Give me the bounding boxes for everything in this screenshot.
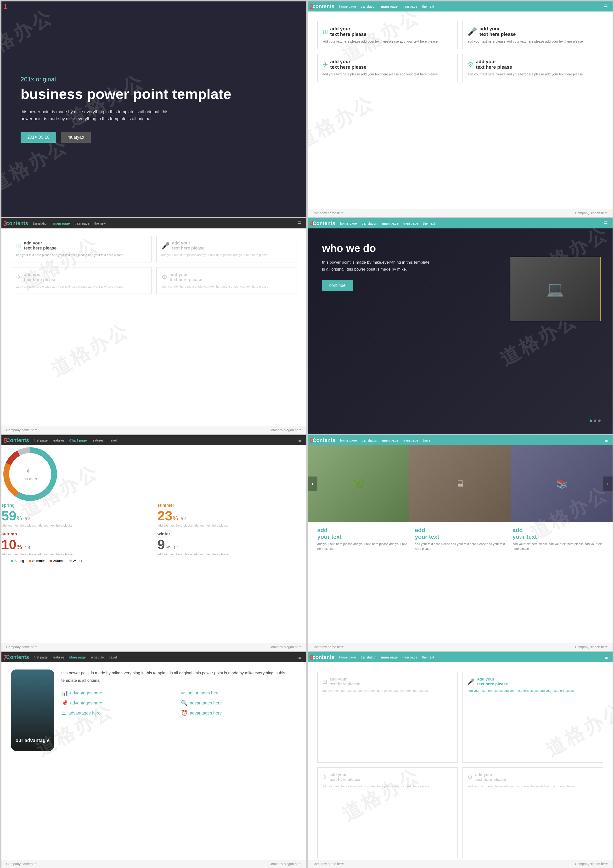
slide5-donut: 🏷 our class <box>2 446 59 503</box>
slide3-footer: Company name here Company slogan here <box>2 426 306 434</box>
slide2-nav-3: main page <box>381 5 398 8</box>
slide2-card3-title: add yourtext here please <box>330 59 366 70</box>
slide6-text-area: addyour text add your text here please a… <box>308 522 613 651</box>
slide6-prev-btn[interactable]: ‹ <box>308 477 318 491</box>
slide8-nav: contents home page translation main page… <box>308 652 613 662</box>
slide3-card4-icon: ⚙ <box>161 273 167 281</box>
slide3-nav-3: train page <box>75 222 90 225</box>
slide5-menu-icon[interactable]: ☰ <box>298 438 302 443</box>
slide8-nav-logo: contents <box>313 654 335 660</box>
slide3-footer-left: Company name here <box>6 428 37 432</box>
legend-summer: Summer <box>29 559 45 563</box>
slide2-card3-icon: ✈ <box>323 61 328 68</box>
slide2-card2-title: add yourtext here please <box>479 26 516 37</box>
slide2-nav-2: translation <box>361 5 376 8</box>
slide7-footer: Company name here Company slogan here <box>2 860 306 868</box>
slide2-card3-text: add your text here please add your text … <box>323 72 453 77</box>
slide3-card-1: ⊞ add yourtext here please add your text… <box>11 236 152 262</box>
slide8-card4-text: add your text here please add your text … <box>468 784 598 789</box>
slide5-autumn-text: add your text here please add your text … <box>2 552 150 556</box>
slide5-winter-block: winter 9 % 1.2 add your text here please… <box>158 531 306 556</box>
slide1-title: business power point template <box>20 85 287 103</box>
slide6-footer: Company name here Company slogan here <box>308 643 613 651</box>
slide3-card4-text: add your text here please add your text … <box>161 284 292 289</box>
slide7-content: our advantag e this power point is made … <box>2 662 306 868</box>
slide6-footer-right: Company slogan here <box>575 645 608 649</box>
slide7-adv-5: ☰ advantages here <box>61 710 177 716</box>
slide4-nav: Contents home page translation main page… <box>308 218 613 228</box>
svg-text:our class: our class <box>23 477 37 481</box>
slide3-footer-right: Company slogan here <box>269 428 302 432</box>
slide2-card1-icon: ⊞ <box>323 28 328 36</box>
slide3-card3-title: add yourtext here please <box>24 272 56 282</box>
slide5-chart-area: 🏷 our class spring 59 % 8.2 add your tex… <box>2 446 306 556</box>
slide-number-6: 6 <box>310 437 313 444</box>
slide2-card-3: ✈ add yourtext here please add your text… <box>318 54 458 82</box>
slide5-winter-pct: % <box>165 544 171 551</box>
slide5-winter-sub: 1.2 <box>173 546 178 550</box>
slide-3: 3 道格办公 道格办公 contents translation main pa… <box>2 218 306 434</box>
slide1-btn1[interactable]: 201X.09.16 <box>20 132 56 143</box>
legend-spring: Spring <box>11 559 24 563</box>
slide7-adv6-icon: ⏰ <box>181 710 188 716</box>
slide3-card1-icon: ⊞ <box>16 242 22 250</box>
slide5-spring-label: spring <box>2 503 150 508</box>
slide4-content: who we do this power point is made by mi… <box>322 242 430 291</box>
slide4-dot-3 <box>598 419 601 422</box>
slide5-spring-text: add your text here please add your text … <box>2 523 150 528</box>
slide2-card4-icon: ⚙ <box>468 61 473 68</box>
slide7-nav-logo: Contents <box>6 654 29 660</box>
slide7-adv6-label: advantages here <box>190 711 222 716</box>
slide5-spring-num: 59 <box>2 508 16 523</box>
slide3-nav-logo: contents <box>6 220 28 227</box>
slide7-menu-icon[interactable]: ☰ <box>298 655 302 660</box>
slide6-col1-underline <box>318 553 329 553</box>
slide8-card-2: 🎤 add yourtext here please add your text… <box>462 672 603 762</box>
slide-number-5: 5 <box>3 437 7 444</box>
slide2-card-2: 🎤 add yourtext here please add your text… <box>462 21 603 49</box>
slide6-footer-left: Company name here <box>313 645 344 649</box>
slide4-text: this power point is made by mike.everyth… <box>322 259 430 273</box>
slide6-image-area: 🌿 🖥 📚 ‹ › <box>308 446 613 522</box>
slide8-card3-title: add yourtext here please <box>330 772 361 782</box>
slide7-adv5-icon: ☰ <box>61 710 66 716</box>
slide6-menu-icon[interactable]: ☰ <box>605 438 608 443</box>
slide2-card-1: ⊞ add yourtext here please add your text… <box>318 21 458 49</box>
slide6-img-2: 🖥 <box>409 446 511 522</box>
slide6-col3-underline <box>513 553 524 553</box>
legend-winter: Winter <box>70 559 82 563</box>
slide8-menu-icon[interactable]: ☰ <box>605 655 608 660</box>
slide-1: 1 道格办公 道格办公 道格办公 201x original business … <box>2 2 306 217</box>
slide4-laptop-image: 💻 <box>510 257 601 321</box>
slide1-btn2[interactable]: muatyao <box>61 132 91 143</box>
slide6-col-2: addyour text add your text here please a… <box>415 527 505 646</box>
slide8-card1-icon: ⊞ <box>323 679 327 685</box>
slide5-autumn-block: autumn 10 % 1.4 add your text here pleas… <box>2 531 150 556</box>
slide5-nav: Contents first page features Chart page … <box>2 435 306 446</box>
slide7-footer-left: Company name here <box>6 862 37 866</box>
slide5-autumn-label: autumn <box>2 531 150 537</box>
slide8-card2-title: add yourtext here please <box>477 677 508 686</box>
slide5-summer-sub: 8.2 <box>181 517 186 521</box>
slide-5: 5 道格办公 Contents first page features Char… <box>2 435 306 651</box>
slide8-card2-text: add your text here please add your text … <box>468 688 598 693</box>
slide3-card4-title: add yourtext here please <box>170 272 202 282</box>
slide5-summer-block: summer 23 % 8.2 add your text here pleas… <box>158 503 306 528</box>
slide5-footer-right: Company slogan here <box>269 645 302 649</box>
slide4-menu-icon[interactable]: ☰ <box>603 220 608 226</box>
slide7-adv1-label: advantages here <box>70 691 102 696</box>
slide6-next-btn[interactable]: › <box>603 477 612 491</box>
slide2-menu-icon[interactable]: ☰ <box>603 3 608 9</box>
slide3-card2-title: add yourtext here please <box>172 241 205 251</box>
slide3-nav-1: translation <box>33 222 49 225</box>
slide2-footer: Company name here Company slogan here <box>308 209 613 217</box>
slide5-spring-block: spring 59 % 8.2 add your text here pleas… <box>2 503 150 528</box>
slide4-continue-btn[interactable]: continue <box>322 280 353 291</box>
slide4-dot-1 <box>589 419 592 422</box>
slide7-adv-2: ✏ advantages here <box>181 690 297 696</box>
slide3-menu-icon[interactable]: ☰ <box>297 220 302 226</box>
slide6-nav: Contents home page translation main page… <box>308 435 613 446</box>
slide5-summer-text: add your text here please add your text … <box>158 523 306 528</box>
main-grid: 1 道格办公 道格办公 道格办公 201x original business … <box>0 0 614 868</box>
slide8-footer: Company name here Company slogan here <box>308 860 613 868</box>
